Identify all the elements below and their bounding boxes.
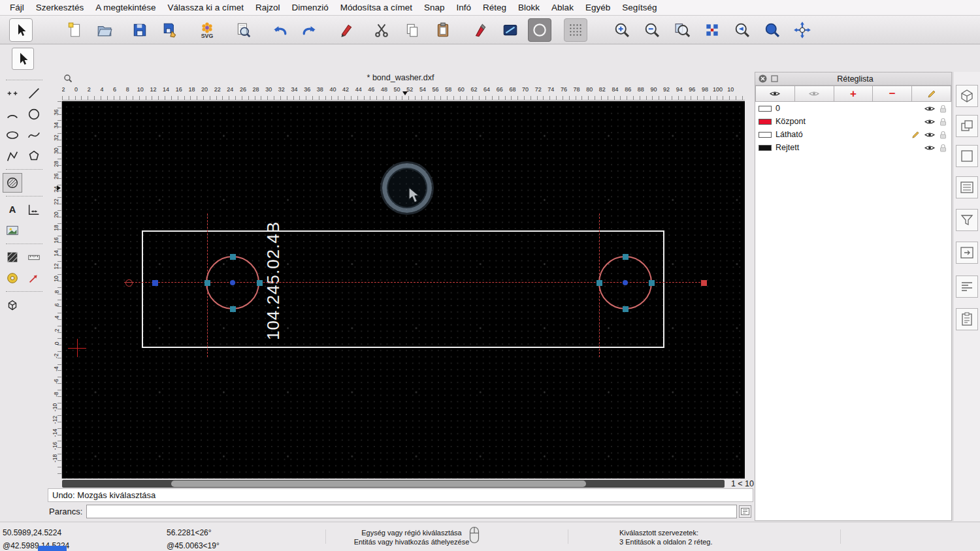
horizontal-scrollbar[interactable]	[62, 480, 725, 488]
circle-hatch-tool-button[interactable]	[3, 173, 22, 193]
spline-tool-button[interactable]	[24, 125, 44, 145]
plus-icon: +	[850, 88, 857, 99]
new-document-button[interactable]	[63, 18, 86, 42]
export-svg-button[interactable]: SVG	[195, 18, 219, 42]
dock-frame-widget-button[interactable]	[956, 145, 978, 167]
menu-item[interactable]: Válassza ki a címet	[162, 3, 250, 12]
dock-panel-widget-button[interactable]	[956, 242, 978, 264]
print-preview-button[interactable]	[231, 18, 255, 42]
float-panel-icon[interactable]	[771, 75, 778, 82]
save-as-button[interactable]	[159, 18, 182, 42]
erase-button[interactable]	[335, 18, 358, 42]
circle-tool-button[interactable]	[528, 18, 551, 42]
menu-item[interactable]: Egyéb	[580, 3, 616, 12]
hatch-tool-button[interactable]	[3, 247, 22, 267]
dock-block-widget-button[interactable]	[956, 85, 978, 107]
polyline-tool-button[interactable]	[3, 146, 22, 166]
action-hint: Egység vagy régió kiválasztása Entitás v…	[294, 528, 529, 546]
menu-item[interactable]: Rajzol	[250, 3, 286, 12]
dock-layers-widget-button[interactable]	[956, 115, 978, 137]
save-as-icon	[162, 22, 179, 39]
dock-fragment	[38, 546, 67, 551]
remove-layer-button[interactable]: −	[873, 86, 912, 102]
layer-visibility-eye-icon[interactable]	[924, 144, 935, 151]
menu-item[interactable]: A megtekintése	[90, 3, 161, 12]
menu-item[interactable]: Snap	[418, 3, 451, 12]
close-panel-icon[interactable]	[759, 74, 767, 83]
dock-list-widget-button[interactable]	[956, 176, 978, 198]
zoom-previous-button[interactable]	[730, 18, 754, 42]
dock-text-widget-button[interactable]	[956, 276, 978, 298]
text-tool-button[interactable]: A	[3, 200, 22, 219]
ruler-v-label: -14	[52, 429, 58, 437]
layer-row[interactable]: 0	[755, 102, 951, 115]
menu-item[interactable]: Infó	[451, 3, 478, 12]
menu-item[interactable]: Módosítsa a címet	[335, 3, 418, 12]
zoom-window-button[interactable]	[760, 18, 784, 42]
menu-item[interactable]: Ablak	[546, 3, 580, 12]
hide-all-layers-button[interactable]	[795, 86, 834, 102]
polar-relative: @45.0063<19°	[167, 539, 220, 551]
layer-lock-icon[interactable]	[939, 104, 947, 113]
grid-toggle-button[interactable]	[564, 18, 587, 42]
ruler-v-label: 36	[52, 109, 59, 115]
canvas[interactable]: 104.245.02.4B	[62, 101, 745, 479]
menu-item[interactable]: Blokk	[512, 3, 546, 12]
zoom-pan-button[interactable]	[791, 18, 814, 42]
palette-select-button[interactable]	[12, 48, 34, 70]
menu-item[interactable]: Segítség	[616, 3, 662, 12]
dock-clipboard-widget-button[interactable]	[956, 308, 978, 330]
right-dock	[953, 72, 980, 521]
layer-row[interactable]: Látható	[755, 128, 951, 141]
cut-button[interactable]	[370, 18, 393, 42]
line-tool-button[interactable]	[24, 84, 44, 103]
polygon-tool-button[interactable]	[24, 146, 44, 166]
layer-visibility-eye-icon[interactable]	[924, 118, 935, 125]
zoom-auto-button[interactable]	[670, 18, 694, 42]
command-input[interactable]	[86, 505, 737, 518]
solid-tool-button[interactable]	[3, 295, 22, 315]
menu-item[interactable]: Fájl	[4, 3, 30, 12]
menu-item[interactable]: Szerkesztés	[30, 3, 90, 12]
command-options-button[interactable]	[739, 505, 751, 518]
layer-lock-icon[interactable]	[939, 118, 947, 126]
add-layer-button[interactable]: +	[834, 86, 874, 102]
zoom-out-button[interactable]	[640, 18, 664, 42]
redo-button[interactable]	[298, 18, 321, 42]
arc-tool-button[interactable]	[3, 104, 22, 124]
zoom-in-button[interactable]	[610, 18, 634, 42]
ruler-v-label: 16	[52, 238, 59, 244]
points-tool-button[interactable]	[3, 84, 22, 103]
donut-tool-button[interactable]	[3, 268, 22, 288]
ruler-position-marker-icon	[57, 185, 61, 191]
zoom-redraw-button[interactable]	[700, 18, 724, 42]
scrollbar-thumb[interactable]	[171, 480, 586, 487]
circle-tool-palette-button[interactable]	[24, 104, 44, 124]
layer-row[interactable]: Rejtett	[755, 141, 951, 154]
undo-button[interactable]	[268, 18, 291, 42]
paste-button[interactable]	[431, 18, 455, 42]
layer-row[interactable]: Központ	[755, 115, 951, 128]
open-file-button[interactable]	[93, 18, 116, 42]
edit-layer-button[interactable]	[912, 86, 951, 102]
layer-lock-icon[interactable]	[939, 144, 947, 152]
copy-button[interactable]	[400, 18, 424, 42]
line-attributes-button[interactable]	[498, 18, 522, 42]
ellipse-tool-button[interactable]	[3, 125, 22, 145]
show-all-layers-button[interactable]	[755, 86, 795, 102]
dimension-tool-button[interactable]	[24, 200, 44, 219]
ruler-v-label: 6	[54, 303, 61, 306]
menu-item[interactable]: Réteg	[477, 3, 512, 12]
layer-lock-icon[interactable]	[939, 131, 947, 139]
menu-item[interactable]: Dimenzió	[286, 3, 334, 12]
layer-visibility-eye-icon[interactable]	[924, 105, 935, 112]
ruler-tool-button[interactable]	[24, 247, 44, 267]
select-tool-button[interactable]	[9, 18, 33, 42]
measure-tool-button[interactable]	[24, 268, 44, 288]
image-tool-button[interactable]	[3, 221, 22, 240]
ruler-h-label: 74	[547, 86, 554, 93]
save-button[interactable]	[128, 18, 152, 42]
dock-filter-widget-button[interactable]	[956, 209, 978, 231]
pen-button[interactable]	[468, 18, 491, 42]
layer-visibility-eye-icon[interactable]	[924, 131, 935, 138]
